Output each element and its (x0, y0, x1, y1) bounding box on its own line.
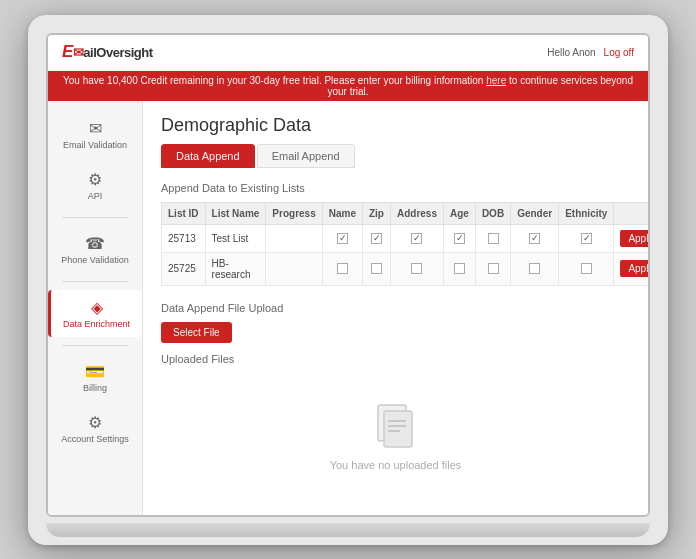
upload-section-header: Data Append File Upload (161, 302, 630, 314)
alert-message: You have 10,400 Credit remaining in your… (63, 75, 483, 86)
cell-ethnicity[interactable] (559, 224, 614, 252)
col-dob: DOB (475, 202, 510, 224)
sidebar-item-phone-validation[interactable]: ☎ Phone Validation (48, 226, 142, 273)
uploaded-files-header: Uploaded Files (161, 353, 630, 365)
data-enrichment-icon: ◈ (91, 298, 103, 317)
col-name: Name (322, 202, 362, 224)
append-section: Append Data to Existing Lists List ID Li… (161, 182, 630, 286)
col-list-id: List ID (162, 202, 206, 224)
cell-zip[interactable] (362, 224, 390, 252)
col-age: Age (443, 202, 475, 224)
alert-link[interactable]: here (486, 75, 506, 86)
email-validation-icon: ✉ (89, 119, 102, 138)
logout-link[interactable]: Log off (604, 47, 634, 58)
svg-rect-1 (384, 411, 412, 447)
cell-progress (266, 224, 322, 252)
table-row: 25713 Test List (162, 224, 649, 252)
col-gender: Gender (511, 202, 559, 224)
tabs: Data Append Email Append (161, 144, 630, 168)
sidebar-label-data-enrichment: Data Enrichment (63, 319, 130, 329)
cell-dob[interactable] (475, 252, 510, 285)
cell-zip[interactable] (362, 252, 390, 285)
cell-gender[interactable] (511, 252, 559, 285)
cell-name[interactable] (322, 224, 362, 252)
tab-email-append[interactable]: Email Append (257, 144, 355, 168)
cell-list-name: HB-research (205, 252, 266, 285)
col-address: Address (390, 202, 443, 224)
apply-button-row2[interactable]: Apply (620, 260, 648, 277)
content-area: Demographic Data Data Append Email Appen… (143, 101, 648, 515)
empty-state: You have no uploaded files (161, 373, 630, 501)
phone-validation-icon: ☎ (85, 234, 105, 253)
cell-address[interactable] (390, 252, 443, 285)
select-file-button[interactable]: Select File (161, 322, 232, 343)
cell-list-id: 25713 (162, 224, 206, 252)
sidebar-label-email-validation: Email Validation (63, 140, 127, 150)
table-row: 25725 HB-research (162, 252, 649, 285)
sidebar-item-account-settings[interactable]: ⚙ Account Settings (48, 405, 142, 452)
top-nav: E✉ailOversight Hello Anon Log off (48, 35, 648, 71)
empty-state-text: You have no uploaded files (330, 459, 462, 471)
logo: E✉ailOversight (62, 42, 153, 62)
sidebar-label-phone-validation: Phone Validation (61, 255, 128, 265)
append-section-header: Append Data to Existing Lists (161, 182, 630, 194)
cell-address[interactable] (390, 224, 443, 252)
cell-progress (266, 252, 322, 285)
tab-data-append[interactable]: Data Append (161, 144, 255, 168)
logo-text: E✉ailOversight (62, 42, 153, 62)
col-list-name: List Name (205, 202, 266, 224)
sidebar-item-data-enrichment[interactable]: ◈ Data Enrichment (48, 290, 142, 337)
cell-actions: Apply Download (614, 224, 648, 252)
sidebar-divider-3 (62, 345, 128, 346)
col-ethnicity: Ethnicity (559, 202, 614, 224)
cell-dob[interactable] (475, 224, 510, 252)
col-actions (614, 202, 648, 224)
alert-bar: You have 10,400 Credit remaining in your… (48, 71, 648, 101)
nav-user-section: Hello Anon Log off (547, 47, 634, 58)
cell-list-name: Test List (205, 224, 266, 252)
cell-list-id: 25725 (162, 252, 206, 285)
sidebar: ✉ Email Validation ⚙ API ☎ Phone Validat… (48, 101, 143, 515)
col-zip: Zip (362, 202, 390, 224)
upload-section: Data Append File Upload Select File Uplo… (161, 302, 630, 501)
api-icon: ⚙ (88, 170, 102, 189)
account-settings-icon: ⚙ (88, 413, 102, 432)
sidebar-label-billing: Billing (83, 383, 107, 393)
cell-age[interactable] (443, 252, 475, 285)
cell-ethnicity[interactable] (559, 252, 614, 285)
sidebar-item-email-validation[interactable]: ✉ Email Validation (48, 111, 142, 158)
cell-name[interactable] (322, 252, 362, 285)
page-title: Demographic Data (161, 115, 630, 136)
billing-icon: 💳 (85, 362, 105, 381)
sidebar-label-api: API (88, 191, 103, 201)
sidebar-divider-2 (62, 281, 128, 282)
sidebar-divider-1 (62, 217, 128, 218)
laptop-base (46, 523, 650, 537)
cell-actions: Apply Download (614, 252, 648, 285)
sidebar-item-billing[interactable]: 💳 Billing (48, 354, 142, 401)
user-name: Hello Anon (547, 47, 595, 58)
sidebar-item-api[interactable]: ⚙ API (48, 162, 142, 209)
sidebar-label-account-settings: Account Settings (61, 434, 129, 444)
col-progress: Progress (266, 202, 322, 224)
cell-gender[interactable] (511, 224, 559, 252)
apply-button-row1[interactable]: Apply (620, 230, 648, 247)
cell-age[interactable] (443, 224, 475, 252)
append-table: List ID List Name Progress Name Zip Addr… (161, 202, 648, 286)
empty-files-icon (376, 403, 416, 451)
